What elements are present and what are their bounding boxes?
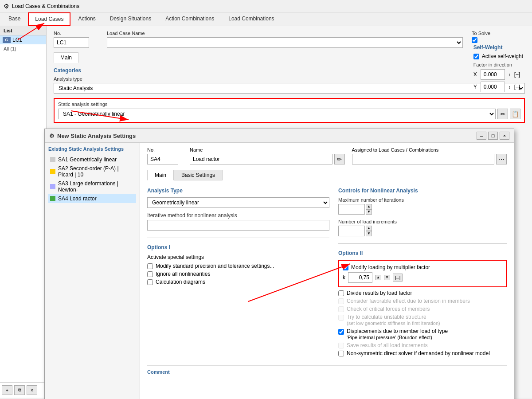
dialog-assigned-label: Assigned to Load Cases / Combinations xyxy=(352,147,507,153)
app-title: Load Cases & Combinations xyxy=(12,3,79,9)
modify-precision-checkbox[interactable] xyxy=(147,263,153,269)
delete-button[interactable]: × xyxy=(27,385,37,395)
active-self-weight-checkbox[interactable] xyxy=(473,54,479,59)
consider-favorable-label: Consider favorable effect due to tension… xyxy=(347,298,470,304)
dialog-close-btn[interactable]: × xyxy=(500,132,509,140)
k-down[interactable]: ▼ xyxy=(384,275,390,280)
static-settings-select[interactable]: SA1 - Geometrically linear xyxy=(58,109,496,119)
sa-item-2[interactable]: SA2 Second-order (P-Δ) | Picard | 10 xyxy=(48,164,136,179)
factor-x-label: X xyxy=(473,71,477,78)
dialog-tab-basic-settings[interactable]: Basic Settings xyxy=(174,170,223,180)
num-increments-input[interactable] xyxy=(338,226,365,236)
tab-design-situations[interactable]: Design Situations xyxy=(103,12,158,26)
num-increments-label: Number of load increments xyxy=(338,219,507,224)
k-input[interactable] xyxy=(348,272,372,283)
lc-name-label: Load Case Name xyxy=(107,31,463,36)
max-iterations-input[interactable] xyxy=(338,204,365,215)
tab-actions[interactable]: Actions xyxy=(71,12,102,26)
factor-y-input[interactable] xyxy=(481,82,505,92)
iterative-method-label: Iterative method for nonlinear analysis xyxy=(147,212,237,219)
no-input[interactable]: LC1 xyxy=(54,37,89,48)
dialog-name-input[interactable] xyxy=(190,154,332,164)
try-unstable-checkbox xyxy=(338,315,344,321)
k-dash[interactable]: [–] xyxy=(393,274,403,282)
k-up[interactable]: ▲ xyxy=(375,275,381,280)
factor-x-dash: [–] xyxy=(514,71,520,78)
dialog-tab-main[interactable]: Main xyxy=(147,170,174,180)
tab-base[interactable]: Base xyxy=(2,12,27,26)
tab-load-cases[interactable]: Load Cases xyxy=(28,12,70,26)
two-col-layout: Analysis Type Geometrically linear Itera… xyxy=(147,186,507,358)
inner-tab-main[interactable]: Main xyxy=(54,52,78,63)
modify-loading-checkbox[interactable] xyxy=(343,265,348,270)
new-static-analysis-dialog: ⚙ New Static Analysis Settings – □ × Exi… xyxy=(44,129,514,399)
settings-new-btn[interactable]: 📋 xyxy=(510,109,520,119)
max-iterations-label: Maximum number of iterations xyxy=(338,197,507,203)
self-weight-label: Self-Weight xyxy=(473,44,523,51)
modify-loading-box: Modify loading by multiplier factor k ▲ … xyxy=(338,260,507,287)
to-solve-label: To Solve xyxy=(472,31,525,36)
dialog-top-row: No. Name ✏ Assigned to Load Cases / Comb… xyxy=(147,147,507,164)
add-button[interactable]: + xyxy=(2,385,12,395)
sa-item-1[interactable]: SA1 Geometrically linear xyxy=(48,155,136,164)
ignore-nonlinearities-checkbox[interactable] xyxy=(147,271,153,277)
dialog-name-section: Name ✏ xyxy=(190,147,345,164)
existing-settings-title: Existing Static Analysis Settings xyxy=(48,146,136,152)
max-iterations-up[interactable]: ▲ xyxy=(366,204,372,209)
dialog-right-panel: No. Name ✏ Assigned to Load Cases / Comb… xyxy=(140,143,514,399)
sa-item-3[interactable]: SA3 Large deformations | Newton- xyxy=(48,179,136,194)
factor-y-spinners: ↕ xyxy=(509,85,511,90)
num-increments-up[interactable]: ▲ xyxy=(366,226,372,231)
num-increments-down[interactable]: ▼ xyxy=(366,231,372,236)
check-critical-checkbox xyxy=(338,306,344,312)
dialog-assigned-btn[interactable]: ⋯ xyxy=(496,154,507,164)
non-symmetric-checkbox[interactable] xyxy=(338,351,344,356)
dialog-no-label: No. xyxy=(147,147,183,153)
lc-name-select[interactable] xyxy=(107,37,463,48)
to-solve-checkbox[interactable] xyxy=(472,37,477,43)
dialog-title: ⚙ New Static Analysis Settings xyxy=(49,133,136,139)
divide-results-label: Divide results by load factor xyxy=(347,290,412,296)
save-increments-label: Save results of all load increments xyxy=(347,342,428,348)
sa3-label: SA3 Large deformations | Newton- xyxy=(58,180,134,193)
factor-y-dash: [–] xyxy=(514,84,520,90)
dialog-analysis-type-select[interactable]: Geometrically linear xyxy=(147,197,329,208)
sa2-color xyxy=(50,169,55,174)
max-iterations-down[interactable]: ▼ xyxy=(366,209,372,215)
analysis-type-label: Analysis type xyxy=(54,76,525,82)
sa4-label: SA4 Load ractor xyxy=(58,196,97,202)
consider-favorable-checkbox xyxy=(338,298,344,304)
all-label: All (1) xyxy=(0,44,46,53)
dialog-name-label: Name xyxy=(190,147,345,153)
k-label: k xyxy=(343,274,345,281)
iterative-method-input[interactable] xyxy=(147,220,329,231)
factor-y-label: Y xyxy=(473,84,477,90)
dialog-maximize-btn[interactable]: □ xyxy=(488,132,498,140)
calculation-diagrams-checkbox[interactable] xyxy=(147,279,153,285)
modify-precision-label: Modify standard precision and tolerance … xyxy=(156,263,274,269)
copy-button[interactable]: ⧉ xyxy=(14,385,25,395)
static-settings-label: Static analysis settings xyxy=(58,102,520,107)
settings-edit-btn[interactable]: ✏ xyxy=(497,109,508,119)
left-panel: List G LC1 All (1) + ⧉ × xyxy=(0,26,47,398)
factor-x-input[interactable] xyxy=(481,69,505,80)
non-symmetric-label: Non-symmetric direct solver if demanded … xyxy=(347,350,490,356)
analysis-type-select[interactable]: Static Analysis xyxy=(54,83,525,94)
sa-item-4[interactable]: SA4 Load ractor xyxy=(48,194,136,203)
dialog-name-edit-btn[interactable]: ✏ xyxy=(334,154,345,164)
comment-section: Comment xyxy=(147,365,507,375)
controls-nonlinear-title: Controls for Nonlinear Analysis xyxy=(338,188,507,194)
tab-load-combinations[interactable]: Load Combinations xyxy=(222,12,281,26)
static-analysis-settings-box: Static analysis settings SA1 - Geometric… xyxy=(54,98,525,123)
dialog-left-panel: Existing Static Analysis Settings SA1 Ge… xyxy=(45,143,140,399)
displacements-label: Displacements due to member load of type… xyxy=(347,328,448,340)
dialog-minimize-btn[interactable]: – xyxy=(477,132,486,140)
list-item[interactable]: G LC1 xyxy=(0,35,46,44)
displacements-checkbox[interactable] xyxy=(338,329,344,335)
dialog-assigned-input[interactable] xyxy=(352,154,495,164)
calculation-diagrams-label: Calculation diagrams xyxy=(156,279,205,285)
dialog-no-input[interactable] xyxy=(147,154,178,164)
dialog-left-col: Analysis Type Geometrically linear Itera… xyxy=(147,186,329,358)
tab-action-combinations[interactable]: Action Combinations xyxy=(159,12,221,26)
divide-results-checkbox[interactable] xyxy=(338,290,344,296)
